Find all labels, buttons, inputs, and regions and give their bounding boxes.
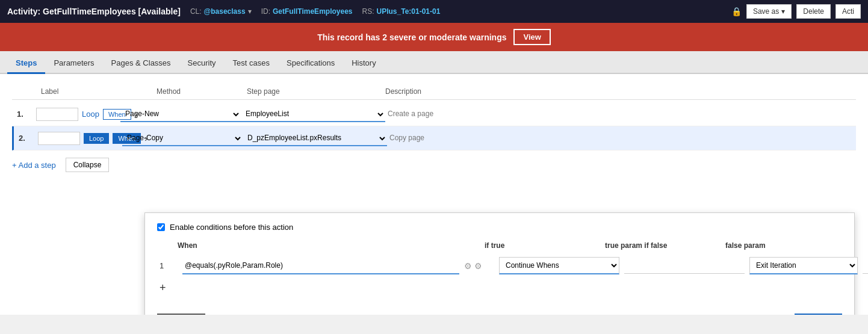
cl-value: @baseclass [204,7,246,16]
header-label: Label [36,87,120,96]
step-1-desc-input[interactable] [385,107,537,121]
top-bar-right: 🔒 Save as ▾ Delete Acti [731,4,861,19]
condition-1-false-param-input[interactable] [863,258,868,274]
top-bar-left: Activity: GetFullTimeEmployees [Availabl… [7,7,440,16]
gear-icon-1[interactable]: ⚙ [464,261,472,271]
header-description: Description [385,87,554,96]
step-2-desc-input[interactable] [387,131,539,145]
step-2-label-input[interactable] [38,132,80,145]
header-when: When [178,241,454,250]
condition-1-true-param-input[interactable] [624,258,745,274]
condition-panel: Enable conditions before this action Whe… [144,212,855,315]
step-2-desc-cell [387,131,556,145]
header-step-page: Step page [241,87,385,96]
header-num [12,87,36,96]
lock-icon: 🔒 [731,7,742,16]
save-as-button[interactable]: Save as ▾ [746,4,792,19]
add-condition-icon[interactable]: + [160,282,166,294]
warning-text: This record has 2 severe or moderate war… [317,32,506,42]
condition-1-true-param-cell [624,258,745,274]
warning-bar: This record has 2 severe or moderate war… [0,23,868,51]
condition-1-iftrue-cell: Continue Whens Exit Iteration Stop Activ… [499,257,619,274]
step-row-2: 2. Loop When › Page-Copy D_pzEmployeeLis… [12,126,856,150]
condition-row-1: 1 ⚙ ⚙ Continue Whens Exit Iteration Stop… [157,255,842,277]
step-2-label-cell: Loop When › [38,132,122,145]
step-1-loop-label: Loop [82,110,99,119]
delete-button[interactable]: Delete [796,4,831,19]
condition-1-when-cell [182,258,459,274]
ok-button[interactable]: OK [795,314,842,315]
enable-conditions-checkbox[interactable] [157,223,165,231]
tab-parameters[interactable]: Parameters [45,54,102,74]
acti-button[interactable]: Acti [835,4,861,19]
bottom-actions: + Add a step Collapse [12,150,856,172]
cl-dropdown-icon[interactable]: ▾ [248,7,252,16]
step-1-page-select[interactable]: EmployeeList [241,107,385,122]
view-warning-button[interactable]: View [513,29,550,45]
gear-icons: ⚙ ⚙ [464,261,494,271]
main-content: Label Method Step page Description 1. Lo… [0,74,868,315]
tab-steps[interactable]: Steps [7,54,45,74]
step-2-loop-button[interactable]: Loop [84,133,109,144]
top-bar: Activity: GetFullTimeEmployees [Availabl… [0,0,868,23]
enable-conditions-row: Enable conditions before this action [157,223,842,232]
rs-value: UPlus_Te:01-01-01 [377,7,441,16]
id-value: GetFullTimeEmployees [273,7,353,16]
step-2-method-select[interactable]: Page-Copy [122,131,243,146]
gear-icon-2[interactable]: ⚙ [474,261,482,271]
step-1-label-cell: Loop When › [36,108,120,121]
header-iftrue: if true [485,241,605,250]
tab-bar: Steps Parameters Pages & Classes Securit… [0,51,868,74]
header-false-param: false param [725,241,834,250]
tab-history[interactable]: History [343,54,384,74]
meta-cl: CL: @baseclass ▾ [190,7,252,16]
tab-test-cases[interactable]: Test cases [225,54,278,74]
step-1-num: 1. [12,110,36,119]
condition-1-when-input[interactable] [182,258,459,274]
tab-specifications[interactable]: Specifications [278,54,343,74]
condition-1-false-param-input-cell [863,258,868,274]
page-title: Activity: GetFullTimeEmployees [Availabl… [7,7,181,16]
add-step-button[interactable]: + Add a step [12,161,56,170]
header-true-param: true param if false [605,241,725,250]
step-2-num: 2. [14,134,38,143]
id-label: ID: [261,7,270,16]
saveas-dropdown-icon[interactable]: ▾ [781,7,785,16]
tab-security[interactable]: Security [179,54,225,74]
top-bar-meta: CL: @baseclass ▾ ID: GetFullTimeEmployee… [190,7,440,16]
step-2-page-select[interactable]: D_pzEmployeeList.pxResults [243,131,387,146]
conditions-table-header: When if true true param if false false p… [157,241,842,250]
condition-1-num: 1 [160,261,178,270]
cl-label: CL: [190,7,202,16]
step-1-label-input[interactable] [36,108,78,121]
plus-row: + [157,277,842,299]
condition-1-iftrue-select[interactable]: Continue Whens Exit Iteration Stop Activ… [499,257,619,274]
header-method: Method [120,87,241,96]
step-2-method-cell: Page-Copy [122,131,243,146]
rs-label: RS: [362,7,374,16]
condition-1-false-param-select[interactable]: Exit Iteration Continue Whens Stop Activ… [749,257,858,274]
step-1-method-select[interactable]: Page-New [120,107,241,122]
condition-1-false-param-cell: Exit Iteration Continue Whens Stop Activ… [749,257,858,274]
step-row-1: 1. Loop When › Page-New EmployeeList [12,102,856,126]
meta-id: ID: GetFullTimeEmployees [261,7,353,16]
collapse-button[interactable]: Collapse [66,158,110,172]
step-1-desc-cell [385,107,554,121]
step-1-page-cell: EmployeeList [241,107,385,122]
step-1-method-cell: Page-New [120,107,241,122]
step-2-page-cell: D_pzEmployeeList.pxResults [243,131,387,146]
cancel-button[interactable]: Cancel [157,314,205,315]
enable-conditions-label: Enable conditions before this action [170,223,293,232]
meta-rs: RS: UPlus_Te:01-01-01 [362,7,441,16]
steps-table-header: Label Method Step page Description [12,84,856,100]
panel-footer: Cancel OK [157,309,842,315]
tab-pages-classes[interactable]: Pages & Classes [103,54,179,74]
